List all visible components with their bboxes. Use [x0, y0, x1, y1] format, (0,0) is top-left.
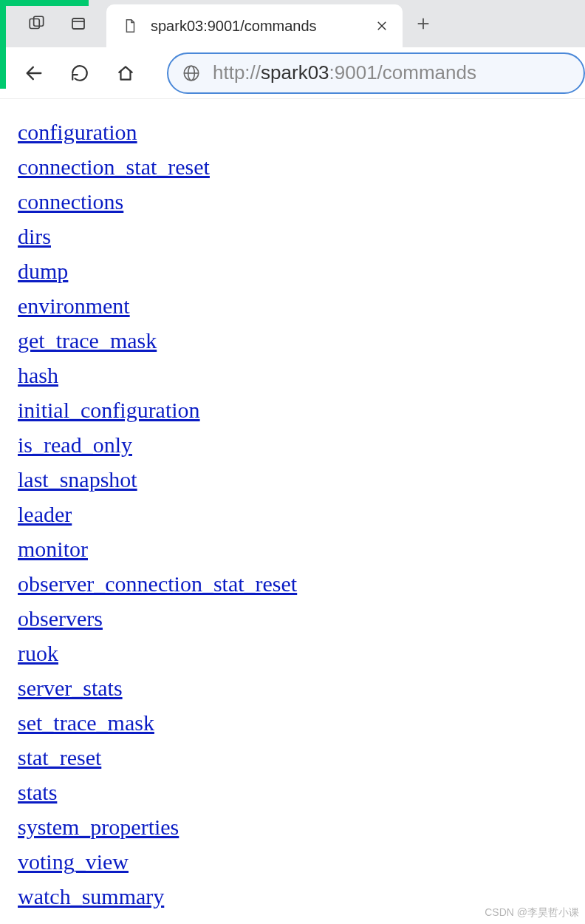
- tab-title: spark03:9001/commands: [151, 18, 317, 35]
- nav-toolbar: http://spark03:9001/commands: [0, 47, 585, 99]
- command-link-stat_reset[interactable]: stat_reset: [18, 745, 101, 770]
- command-link-ruok[interactable]: ruok: [18, 641, 58, 665]
- page-content: configurationconnection_stat_resetconnec…: [0, 99, 585, 924]
- command-link-configuration[interactable]: configuration: [18, 120, 137, 144]
- command-link-initial_configuration[interactable]: initial_configuration: [18, 398, 200, 422]
- tab-overview-icon[interactable]: [68, 13, 89, 34]
- command-link-set_trace_mask[interactable]: set_trace_mask: [18, 710, 154, 735]
- window-accent-side: [0, 6, 6, 89]
- command-link-hash[interactable]: hash: [18, 363, 58, 387]
- command-link-is_read_only[interactable]: is_read_only: [18, 432, 132, 457]
- command-link-watch_summary[interactable]: watch_summary: [18, 884, 164, 908]
- command-link-connections[interactable]: connections: [18, 189, 123, 214]
- command-link-monitor[interactable]: monitor: [18, 537, 88, 561]
- close-tab-icon[interactable]: [372, 16, 392, 36]
- home-icon[interactable]: [114, 61, 137, 85]
- command-link-get_trace_mask[interactable]: get_trace_mask: [18, 328, 157, 353]
- command-link-voting_view[interactable]: voting_view: [18, 849, 129, 874]
- svg-rect-1: [34, 16, 44, 26]
- workspaces-icon[interactable]: [27, 13, 47, 34]
- command-link-environment[interactable]: environment: [18, 293, 130, 318]
- url-display: http://spark03:9001/commands: [213, 61, 476, 84]
- active-tab[interactable]: spark03:9001/commands: [106, 4, 403, 47]
- command-link-dump[interactable]: dump: [18, 259, 68, 283]
- reload-icon[interactable]: [68, 61, 92, 85]
- address-bar[interactable]: http://spark03:9001/commands: [167, 52, 585, 94]
- svg-rect-2: [72, 18, 84, 29]
- command-link-server_stats[interactable]: server_stats: [18, 676, 123, 700]
- page-icon: [120, 16, 140, 36]
- command-link-dirs[interactable]: dirs: [18, 224, 51, 248]
- command-link-stats[interactable]: stats: [18, 780, 57, 804]
- watermark-text: CSDN @李昊哲小课: [485, 906, 579, 920]
- tab-strip: spark03:9001/commands: [0, 0, 585, 47]
- tab-tools: [6, 0, 106, 47]
- back-icon[interactable]: [22, 61, 46, 85]
- command-link-leader[interactable]: leader: [18, 502, 72, 526]
- command-link-last_snapshot[interactable]: last_snapshot: [18, 467, 137, 492]
- window-accent-top: [0, 0, 89, 6]
- command-link-connection_stat_reset[interactable]: connection_stat_reset: [18, 154, 210, 179]
- command-link-watches[interactable]: watches: [18, 919, 89, 924]
- command-link-system_properties[interactable]: system_properties: [18, 815, 179, 839]
- site-info-icon[interactable]: [182, 64, 201, 83]
- command-link-observer_connection_stat_reset[interactable]: observer_connection_stat_reset: [18, 571, 297, 596]
- command-link-observers[interactable]: observers: [18, 606, 103, 631]
- svg-rect-0: [30, 19, 39, 29]
- new-tab-button[interactable]: [403, 0, 444, 47]
